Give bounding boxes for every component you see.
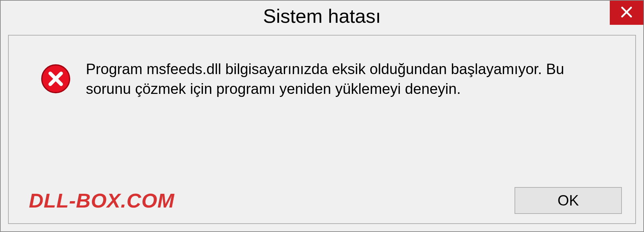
close-button[interactable] (610, 1, 643, 25)
watermark-text: DLL-BOX.COM (22, 189, 174, 212)
titlebar: Sistem hatası (1, 1, 643, 31)
ok-button[interactable]: OK (515, 187, 622, 214)
content-frame: Program msfeeds.dll bilgisayarınızda eks… (8, 35, 636, 224)
close-icon (620, 5, 633, 20)
error-message: Program msfeeds.dll bilgisayarınızda eks… (86, 59, 589, 99)
message-row: Program msfeeds.dll bilgisayarınızda eks… (22, 49, 622, 99)
error-icon (41, 64, 71, 94)
dialog-title: Sistem hatası (263, 5, 381, 27)
bottom-row: DLL-BOX.COM OK (22, 187, 622, 214)
system-error-dialog: Sistem hatası Program msfeeds.dll bilgis… (0, 0, 644, 232)
